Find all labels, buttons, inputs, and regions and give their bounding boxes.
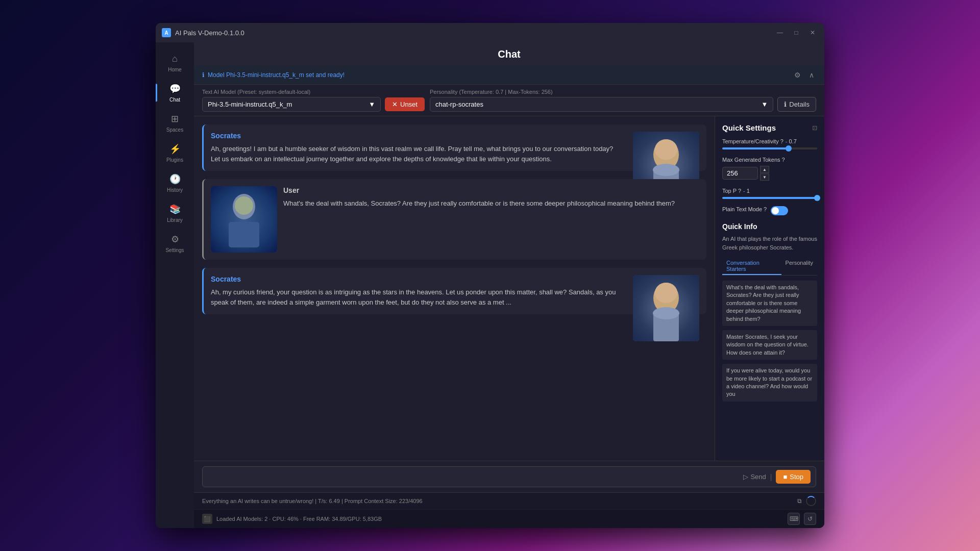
tabs-row: Conversation Starters Personality — [722, 258, 817, 276]
personality-row: chat-rp-socrates ▼ ℹ Details — [430, 97, 816, 112]
info-banner: ℹ Model Phi-3.5-mini-instruct.q5_k_m set… — [194, 66, 824, 85]
message-block: User What's the deal with sandals, Socra… — [202, 179, 706, 260]
home-icon: ⌂ — [169, 53, 181, 65]
quick-info-title: Quick Info — [722, 222, 817, 231]
chat-content: Socrates Ah, greetings! I am but a humbl… — [194, 116, 824, 461]
expand-icon[interactable]: ⊡ — [812, 124, 817, 132]
user-image — [211, 186, 277, 253]
settings-label: Settings — [165, 247, 184, 253]
title-bar: A AI Pals V-Demo-0.1.0.0 — □ ✕ — [156, 23, 824, 42]
max-tokens-setting: Max Generated Tokens ? ▲ ▼ — [722, 157, 817, 181]
chat-icon: 💬 — [169, 83, 181, 95]
send-icon: ▷ — [743, 473, 748, 481]
message-sender: Socrates — [211, 132, 623, 140]
personality-select[interactable]: chat-rp-socrates ▼ — [430, 97, 773, 112]
system-text: Loaded AI Models: 2 · CPU: 46% · Free RA… — [216, 516, 382, 522]
send-button[interactable]: ▷ Send — [743, 473, 766, 481]
stop-button[interactable]: ■ Stop — [776, 470, 811, 484]
starter-item[interactable]: If you were alive today, would you be mo… — [722, 364, 817, 402]
sidebar-item-spaces[interactable]: ⊞ Spaces — [156, 108, 194, 138]
temperature-setting: Temperature/Creativity ? - 0.7 — [722, 138, 817, 149]
input-row: ▷ Send | ■ Stop — [202, 466, 816, 487]
plain-text-toggle-row: Plain Text Mode ? — [722, 206, 817, 215]
system-icon: ⬛ — [202, 514, 212, 524]
starter-item[interactable]: What's the deal with sandals, Socrates? … — [722, 281, 817, 326]
maximize-button[interactable]: □ — [791, 27, 802, 38]
personality-section: Personality (Temperature: 0.7 | Max-Toke… — [430, 89, 816, 112]
info-banner-text: ℹ Model Phi-3.5-mini-instruct.q5_k_m set… — [202, 71, 345, 79]
temperature-label: Temperature/Creativity ? - 0.7 — [722, 138, 817, 144]
model-value: Phi-3.5-mini-instruct.q5_k_m — [208, 101, 292, 108]
page-title: Chat — [498, 48, 520, 60]
spaces-label: Spaces — [166, 127, 183, 133]
plugins-icon: ⚡ — [169, 143, 181, 155]
socrates-avatar-2 — [633, 275, 699, 341]
settings-icon: ⚙ — [169, 233, 181, 245]
temperature-slider[interactable] — [722, 147, 817, 149]
minimize-button[interactable]: — — [774, 27, 786, 38]
tokens-arrows: ▲ ▼ — [760, 166, 769, 181]
starter-item[interactable]: Master Socrates, I seek your wisdom on t… — [722, 330, 817, 360]
sidebar-item-settings[interactable]: ⚙ Settings — [156, 228, 194, 258]
content-area: Chat ℹ Model Phi-3.5-mini-instruct.q5_k_… — [194, 42, 824, 528]
system-bar: ⬛ Loaded AI Models: 2 · CPU: 46% · Free … — [194, 509, 824, 528]
tab-personality[interactable]: Personality — [781, 258, 817, 275]
unset-button[interactable]: ✕ Unset — [385, 97, 425, 111]
sidebar-item-home[interactable]: ⌂ Home — [156, 47, 194, 78]
bottom-input-area: ▷ Send | ■ Stop — [194, 461, 824, 492]
message-sender: Socrates — [211, 275, 623, 283]
message-text: Ah, greetings! I am but a humble seeker … — [211, 144, 623, 164]
sys-keyboard-icon[interactable]: ⌨ — [788, 513, 800, 525]
personality-label: Personality (Temperature: 0.7 | Max-Toke… — [430, 89, 816, 95]
sidebar-item-library[interactable]: 📚 Library — [156, 198, 194, 228]
tokens-up-arrow[interactable]: ▲ — [760, 166, 769, 173]
status-right: ⧉ — [797, 496, 816, 506]
app-icon: A — [162, 28, 171, 37]
sidebar-item-plugins[interactable]: ⚡ Plugins — [156, 138, 194, 168]
system-left: ⬛ Loaded AI Models: 2 · CPU: 46% · Free … — [202, 514, 382, 524]
info-icon: ℹ — [202, 71, 205, 79]
message-block: Socrates Ah, my curious friend, your que… — [202, 268, 706, 314]
tab-conversation-starters[interactable]: Conversation Starters — [722, 258, 781, 275]
top-p-setting: Top P ? - 1 — [722, 188, 817, 199]
svg-rect-2 — [229, 222, 259, 247]
main-layout: ⌂ Home 💬 Chat ⊞ Spaces ⚡ Plugins 🕐 Histo… — [156, 42, 824, 528]
sidebar-item-history[interactable]: 🕐 History — [156, 168, 194, 198]
details-button[interactable]: ℹ Details — [777, 97, 816, 112]
max-tokens-label: Max Generated Tokens ? — [722, 157, 817, 163]
message-sender: User — [283, 186, 699, 194]
tokens-down-arrow[interactable]: ▼ — [760, 173, 769, 181]
message-body: User What's the deal with sandals, Socra… — [283, 186, 699, 209]
quick-info-section: Quick Info An AI that plays the role of … — [722, 222, 817, 402]
plain-text-toggle[interactable] — [771, 206, 788, 215]
loading-spinner — [806, 496, 816, 506]
tokens-input[interactable] — [722, 167, 758, 180]
app-title: AI Pals V-Demo-0.1.0.0 — [175, 29, 774, 37]
library-label: Library — [167, 217, 183, 223]
quick-settings-title: Quick Settings ⊡ — [722, 123, 817, 132]
settings-adjust-icon[interactable]: ⚙ — [792, 70, 803, 80]
message-body: Socrates Ah, my curious friend, your que… — [211, 275, 699, 307]
model-select[interactable]: Phi-3.5-mini-instruct.q5_k_m ▼ — [202, 97, 381, 112]
tokens-input-row: ▲ ▼ — [722, 166, 817, 181]
svg-point-1 — [235, 196, 253, 215]
history-label: History — [167, 187, 183, 193]
model-bar: Text AI Model (Preset: system-default-lo… — [194, 85, 824, 116]
personality-value: chat-rp-socrates — [435, 101, 483, 108]
message-input[interactable] — [208, 473, 739, 481]
details-icon: ℹ — [784, 101, 787, 108]
plain-text-label: Plain Text Mode ? — [722, 206, 767, 212]
top-p-slider[interactable] — [722, 197, 817, 199]
sidebar-item-chat[interactable]: 💬 Chat — [156, 78, 194, 108]
quick-info-desc: An AI that plays the role of the famous … — [722, 235, 817, 252]
message-block: Socrates Ah, greetings! I am but a humbl… — [202, 124, 706, 171]
copy-icon[interactable]: ⧉ — [797, 497, 802, 505]
library-icon: 📚 — [169, 203, 181, 215]
chevron-down-icon: ▼ — [761, 101, 768, 108]
collapse-icon[interactable]: ∧ — [807, 70, 816, 80]
close-button[interactable]: ✕ — [807, 27, 818, 38]
sys-settings-icon[interactable]: ↺ — [804, 513, 816, 525]
home-label: Home — [168, 67, 182, 72]
status-text: Everything an AI writes can be untrue/wr… — [202, 498, 423, 504]
socrates-image-2 — [633, 275, 699, 341]
